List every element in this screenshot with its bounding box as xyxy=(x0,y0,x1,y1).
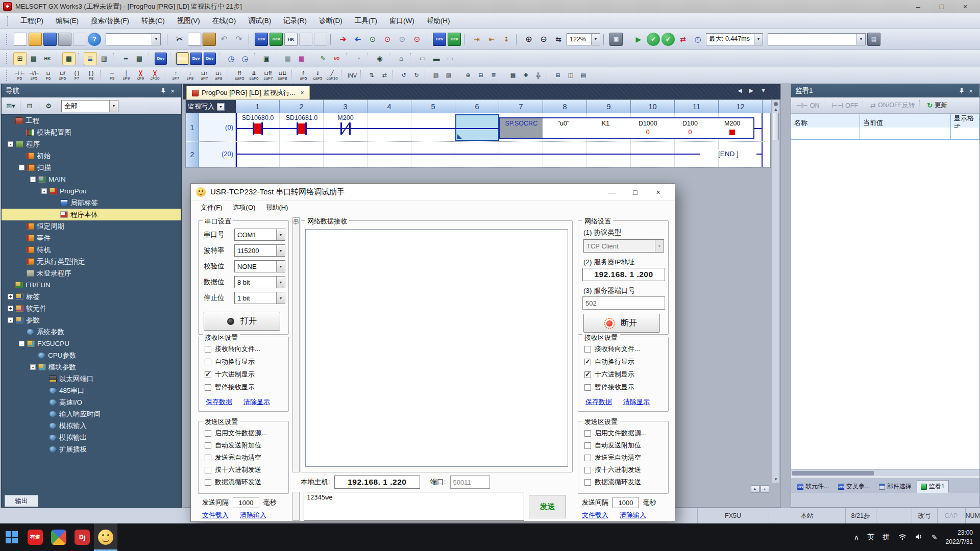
panel-tab[interactable]: Dev 交叉参... xyxy=(834,480,874,493)
expand-icon[interactable]: + xyxy=(8,294,13,299)
tray-expand-icon[interactable]: ∧ xyxy=(854,533,859,541)
ladder-key-button[interactable]: ╳ cF10 xyxy=(148,68,162,82)
ladder-key-button[interactable]: ⊔/ sF6 xyxy=(56,68,69,82)
ladder-key-button[interactable]: ⊣/⊢ sF5 xyxy=(27,68,41,82)
io-check-icon[interactable]: I/O xyxy=(331,53,343,65)
volume-icon[interactable] xyxy=(915,533,923,542)
menu-item[interactable]: 记录(R) xyxy=(277,14,313,28)
tree-item[interactable]: 模拟输入 xyxy=(2,420,181,432)
close-icon[interactable]: × xyxy=(301,89,304,96)
page-copy-icon[interactable] xyxy=(299,33,312,46)
ladder-key-button[interactable]: { } F8 xyxy=(84,68,98,82)
zoom-level-combo[interactable]: 122%▼ xyxy=(567,33,600,45)
server-port-input[interactable]: 502 xyxy=(582,296,665,310)
checkbox-row[interactable]: 启用文件数据源... xyxy=(205,428,295,439)
scroll-up-icon[interactable]: ▲ xyxy=(772,107,779,112)
check-ok-icon[interactable]: ✓ xyxy=(647,33,660,46)
checkbox-icon[interactable] xyxy=(205,479,211,486)
checkbox-row[interactable]: 启用文件数据源... xyxy=(584,428,674,439)
chevron-down-icon[interactable]: ▼ xyxy=(109,101,118,112)
zoom-in-icon[interactable]: ⊕ xyxy=(522,33,535,46)
checkbox-row[interactable]: 自动发送附加位 xyxy=(205,440,295,451)
serial-combo[interactable]: COM1 ▼ xyxy=(234,229,285,241)
nav-filter-combo[interactable]: 全部▼ xyxy=(61,100,118,112)
undo-icon[interactable]: ↶ xyxy=(217,33,231,46)
action-link[interactable]: 清除显示 xyxy=(623,397,650,407)
monitor-search-icon[interactable]: ⊙ xyxy=(381,33,394,46)
watch-combo[interactable]: ▼ xyxy=(768,33,866,45)
device-write-icon[interactable]: Dev xyxy=(255,33,268,46)
interval-input[interactable]: 1000 xyxy=(612,497,639,508)
action-link[interactable]: 清除显示 xyxy=(243,397,270,407)
ladder-key-button[interactable]: ⊔⇊ saF8 xyxy=(276,68,289,82)
ladder-tool-icon[interactable]: ⊟ xyxy=(475,69,487,82)
close-icon[interactable]: × xyxy=(966,86,975,95)
collapsed-serial-panel[interactable]: 串 xyxy=(292,217,300,472)
verify-icon[interactable]: ⊙ xyxy=(366,33,379,46)
menu-item[interactable]: 工程(P) xyxy=(14,14,50,28)
home-icon[interactable]: ⌂ xyxy=(395,53,407,65)
expand-icon[interactable]: - xyxy=(19,165,24,170)
color-grid-icon[interactable]: ▦ xyxy=(296,53,308,65)
tree-item[interactable]: 局部标签 xyxy=(2,197,181,209)
dialog-menu-item[interactable]: 选项(O) xyxy=(228,203,260,212)
dialog-menu-item[interactable]: 文件(F) xyxy=(196,203,227,212)
tree-item[interactable]: 高速I/O xyxy=(2,396,181,408)
watch-start-icon[interactable]: ◷ xyxy=(225,53,237,65)
collapsed-send-strip[interactable] xyxy=(292,492,300,521)
menu-item[interactable]: 调试(B) xyxy=(242,14,277,28)
panel-tab[interactable]: Dev 软元件... xyxy=(793,480,833,493)
action-link[interactable]: 清除输入 xyxy=(240,511,266,520)
checkbox-icon[interactable] xyxy=(205,467,211,473)
send-text-input[interactable]: 12345we xyxy=(304,492,524,521)
tab-list-icon[interactable]: ▼ xyxy=(761,87,766,94)
monitor-mode-icon[interactable]: ▣ xyxy=(609,33,623,46)
selection-cursor[interactable] xyxy=(455,114,499,141)
chevron-down-icon[interactable]: ▼ xyxy=(276,229,285,240)
tree-item[interactable]: - 程序 xyxy=(2,138,181,150)
ladder-key-button[interactable]: ⇓ caF5 xyxy=(311,68,325,82)
diagnostics-icon[interactable]: ⊙ xyxy=(410,33,424,46)
ladder-key-button[interactable]: ⇈ saF5 xyxy=(233,68,247,82)
find-window-icon[interactable]: ▤ xyxy=(133,53,145,65)
tree-item[interactable]: 事件 xyxy=(2,232,181,244)
expand-icon[interactable]: - xyxy=(8,317,13,323)
watch-stop-icon[interactable]: ◶ xyxy=(239,53,251,65)
navigation-window-icon[interactable]: ⊞ xyxy=(14,53,26,65)
watch-tool-button[interactable]: ⊣⊢ ON xyxy=(794,99,821,112)
ladder-tool-icon[interactable]: ↻ xyxy=(410,69,423,82)
checkbox-icon[interactable] xyxy=(205,384,211,391)
watch-tool-button[interactable]: ⇄ ON/OFF反转 xyxy=(868,99,917,112)
checkbox-row[interactable]: 十六进制显示 xyxy=(584,369,674,380)
pin-icon[interactable] xyxy=(957,86,966,95)
ladder-contact[interactable]: M200 xyxy=(334,122,357,136)
expand-icon[interactable]: - xyxy=(41,188,47,194)
ladder-key-button[interactable]: ⊣ ⊢ F5 xyxy=(13,68,27,82)
tree-item[interactable]: 无执行类型指定 xyxy=(2,256,181,267)
checkbox-icon[interactable] xyxy=(205,442,211,449)
horizontal-scrollbar[interactable] xyxy=(791,469,979,477)
checkbox-row[interactable]: 自动换行显示 xyxy=(205,356,295,367)
window-icon[interactable]: ▤ xyxy=(867,33,880,46)
ladder-tool-icon[interactable]: ≣ xyxy=(487,69,500,82)
ladder-tool-icon[interactable]: ▩ xyxy=(507,69,519,82)
ladder-key-button[interactable]: ⊔↑ aF7 xyxy=(198,68,211,82)
server-ip-input[interactable]: 192.168. 1 .200 xyxy=(582,268,665,281)
zoom-out-icon[interactable]: ⊖ xyxy=(537,33,550,46)
expand-icon[interactable]: - xyxy=(19,341,24,346)
menu-item[interactable]: 帮助(H) xyxy=(421,14,456,28)
checkbox-icon[interactable] xyxy=(584,479,591,486)
window-tile-icon[interactable]: ▬ xyxy=(430,53,443,65)
save-icon[interactable] xyxy=(43,33,57,46)
ladder-key-button[interactable]: ╱ caF10 xyxy=(325,68,339,82)
write-to-plc-icon[interactable]: ➔ xyxy=(336,33,350,46)
module-configuration-icon[interactable]: ▦ xyxy=(63,53,75,65)
checkbox-row[interactable]: 按十六进制发送 xyxy=(584,464,674,475)
chevron-down-icon[interactable]: ▼ xyxy=(276,292,285,304)
jump-back-icon[interactable]: ⇤ xyxy=(485,33,498,46)
local-ip-input[interactable]: 192.168. 1 .220 xyxy=(334,475,420,489)
ladder-tool-icon[interactable]: ╬ xyxy=(532,69,545,82)
tree-item[interactable]: 系统参数 xyxy=(2,326,181,338)
transfer-icon[interactable]: ⇄ xyxy=(676,33,690,46)
clock[interactable]: 23:00 2022/7/31 xyxy=(946,528,973,546)
